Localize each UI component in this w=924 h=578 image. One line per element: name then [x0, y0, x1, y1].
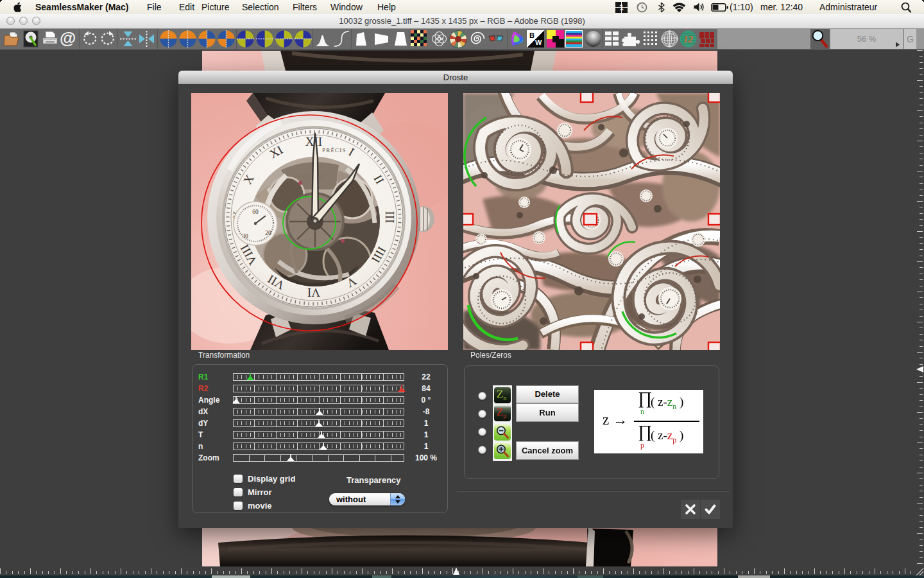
- svg-text:30: 30: [242, 233, 248, 240]
- svg-text:1: 1: [619, 3, 624, 12]
- svg-text:20: 20: [265, 230, 271, 236]
- svg-text:60: 60: [252, 209, 259, 215]
- svg-text:12: 12: [683, 34, 694, 44]
- svg-text:B: B: [529, 31, 535, 39]
- svg-text:VI: VI: [307, 286, 320, 299]
- svg-text:III: III: [383, 211, 397, 223]
- svg-text:PRÉCIS: PRÉCIS: [322, 147, 346, 153]
- svg-text:W: W: [535, 39, 542, 46]
